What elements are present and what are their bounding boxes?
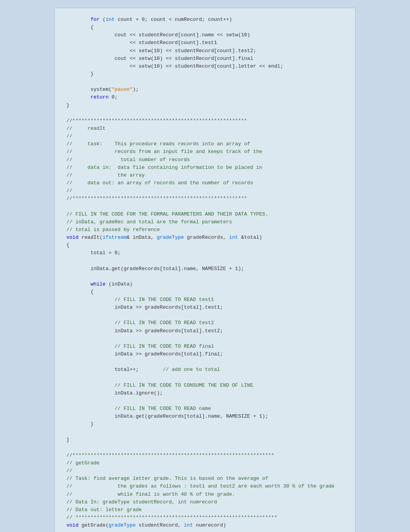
code-container: for (int count = 0; count < numRecord; c… [54,8,356,532]
code-block: for (int count = 0; count < numRecord; c… [66,16,344,529]
